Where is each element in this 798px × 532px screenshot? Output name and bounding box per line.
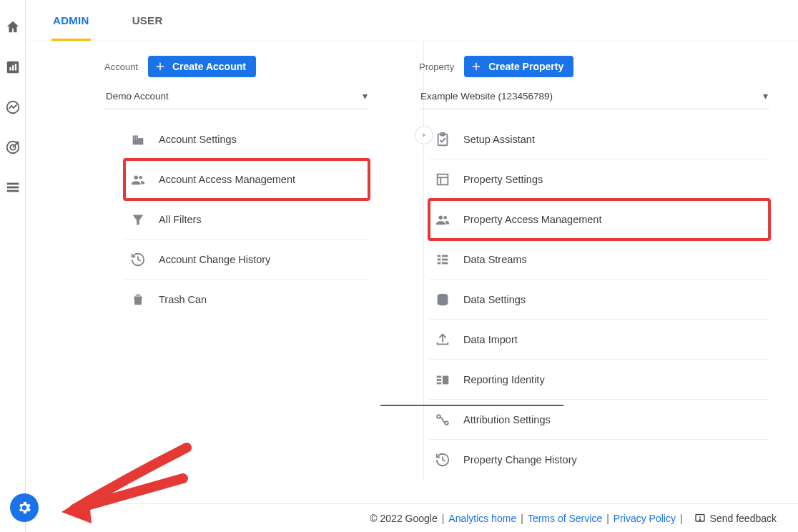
checklist-icon — [435, 132, 450, 147]
property-item-change-history[interactable]: Property Change History — [429, 440, 769, 480]
property-item-data-settings[interactable]: Data Settings — [429, 280, 769, 320]
filter-icon — [130, 212, 146, 227]
create-account-button[interactable]: Create Account — [148, 56, 256, 77]
property-dropdown[interactable]: Example Website (123456789) ▾ — [419, 84, 769, 109]
layout-icon — [435, 172, 450, 187]
svg-rect-36 — [443, 375, 448, 384]
create-property-label: Create Property — [488, 61, 563, 72]
svg-rect-8 — [6, 183, 19, 185]
footer-tos-link[interactable]: Terms of Service — [528, 513, 602, 524]
account-column: Account Create Account Demo Account ▾ Ac… — [26, 56, 398, 480]
svg-rect-14 — [136, 137, 137, 137]
property-item-data-streams[interactable]: Data Streams — [429, 240, 769, 280]
property-label: Property — [419, 61, 454, 72]
identity-icon — [435, 372, 450, 388]
property-selected: Example Website (123456789) — [420, 91, 553, 102]
building-icon — [130, 132, 146, 147]
explore-icon[interactable] — [4, 99, 21, 116]
attribution-icon — [435, 412, 450, 428]
database-icon — [435, 292, 450, 307]
account-selected: Demo Account — [106, 91, 169, 102]
svg-point-24 — [439, 215, 443, 220]
menuitem-label: Data Streams — [463, 254, 527, 265]
svg-rect-3 — [14, 64, 16, 70]
svg-rect-2 — [12, 65, 14, 70]
svg-rect-35 — [437, 382, 441, 384]
history-icon — [435, 452, 450, 468]
people-icon — [130, 172, 146, 187]
svg-rect-10 — [6, 190, 19, 192]
account-label: Account — [104, 61, 138, 72]
left-nav — [0, 0, 26, 532]
footer-copyright: © 2022 Google — [370, 513, 437, 524]
caret-down-icon: ▾ — [763, 90, 768, 102]
account-item-change-history[interactable]: Account Change History — [124, 240, 369, 280]
property-item-access-management[interactable]: Property Access Management — [429, 200, 769, 240]
property-column: Property Create Property Example Website… — [398, 56, 798, 480]
streams-icon — [435, 252, 450, 267]
menuitem-label: Property Settings — [463, 174, 543, 185]
svg-rect-28 — [438, 258, 441, 260]
feedback-label: Send feedback — [710, 513, 777, 524]
svg-rect-21 — [438, 174, 448, 184]
svg-point-37 — [437, 415, 440, 418]
people-icon — [435, 212, 450, 227]
create-account-label: Create Account — [172, 61, 246, 72]
tab-user[interactable]: USER — [131, 10, 164, 41]
svg-rect-27 — [442, 255, 448, 257]
svg-rect-13 — [134, 137, 135, 137]
menuitem-label: Account Settings — [159, 134, 237, 145]
trash-icon — [130, 292, 146, 307]
menuitem-label: Account Access Management — [159, 174, 295, 185]
property-item-settings[interactable]: Property Settings — [429, 159, 769, 200]
menuitem-label: Property Change History — [463, 454, 577, 466]
svg-rect-31 — [442, 262, 448, 264]
menuitem-label: Data Import — [463, 334, 518, 345]
footer-send-feedback[interactable]: Send feedback — [694, 513, 777, 524]
svg-rect-16 — [136, 139, 137, 139]
svg-rect-9 — [6, 187, 19, 189]
account-item-settings[interactable]: Account Settings — [124, 119, 369, 159]
history-icon — [130, 252, 146, 267]
menuitem-label: Setup Assistant — [463, 134, 535, 145]
menuitem-label: Account Change History — [159, 254, 270, 265]
svg-point-17 — [134, 175, 139, 179]
main-panel: ADMIN USER Account Create Account Dem — [26, 0, 798, 532]
caret-down-icon: ▾ — [363, 90, 368, 102]
svg-point-25 — [443, 215, 447, 219]
property-item-attribution-settings[interactable]: Attribution Settings — [429, 400, 769, 440]
footer: © 2022 Google | Analytics home | Terms o… — [72, 503, 798, 532]
home-icon[interactable] — [4, 19, 21, 36]
menuitem-label: Attribution Settings — [463, 414, 551, 425]
footer-privacy-link[interactable]: Privacy Policy — [614, 513, 676, 524]
svg-point-38 — [445, 421, 448, 425]
svg-rect-26 — [438, 255, 441, 257]
svg-rect-34 — [437, 379, 441, 381]
menuitem-label: Reporting Identity — [463, 374, 545, 385]
account-item-access-management[interactable]: Account Access Management — [124, 159, 369, 200]
account-dropdown[interactable]: Demo Account ▾ — [104, 84, 369, 109]
create-property-button[interactable]: Create Property — [464, 56, 573, 77]
menuitem-label: Property Access Management — [463, 214, 601, 225]
property-item-setup-assistant[interactable]: Setup Assistant — [429, 119, 769, 159]
svg-rect-1 — [9, 67, 11, 71]
menuitem-label: Trash Can — [159, 294, 207, 305]
reports-icon[interactable] — [4, 59, 21, 76]
advertising-icon[interactable] — [4, 139, 21, 156]
footer-analytics-home-link[interactable]: Analytics home — [448, 513, 516, 524]
menuitem-label: All Filters — [159, 214, 202, 225]
svg-rect-11 — [133, 135, 138, 144]
tab-admin[interactable]: ADMIN — [51, 10, 91, 41]
svg-point-41 — [699, 519, 700, 520]
account-item-trash[interactable]: Trash Can — [124, 280, 369, 320]
property-item-reporting-identity[interactable]: Reporting Identity — [429, 360, 769, 400]
account-item-all-filters[interactable]: All Filters — [124, 200, 369, 240]
svg-rect-29 — [442, 258, 448, 260]
svg-rect-30 — [438, 262, 441, 264]
configure-icon[interactable] — [4, 179, 21, 196]
svg-rect-15 — [134, 139, 135, 139]
property-item-data-import[interactable]: Data Import — [429, 320, 769, 360]
menuitem-label: Data Settings — [463, 294, 526, 305]
upload-icon — [435, 332, 450, 348]
svg-rect-12 — [138, 138, 143, 144]
